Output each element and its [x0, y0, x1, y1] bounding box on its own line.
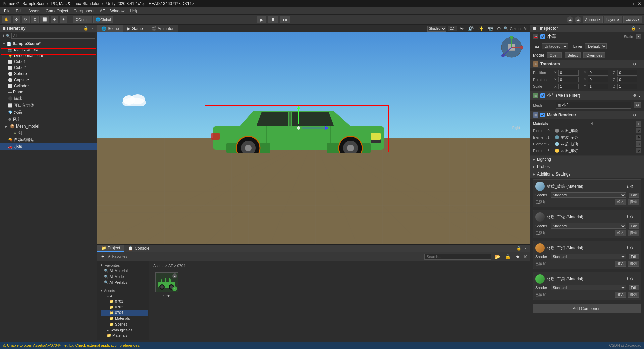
menu-window[interactable]: Window [108, 8, 127, 14]
hierarchy-item-cube2[interactable]: ⬜Cube2 [0, 65, 97, 71]
mesh-renderer-header[interactable]: ▦ Mesh Renderer ⚙ ⋮ [530, 111, 644, 119]
tool-rect[interactable]: ⬜ [40, 16, 49, 23]
audio-toggle[interactable]: 🔊 [467, 25, 475, 32]
star-asset-icon[interactable]: ★ [514, 253, 521, 260]
tool-hand[interactable]: ✋ [2, 16, 11, 23]
mesh-renderer-settings-icon[interactable]: ⚙ [633, 113, 636, 117]
mat-chelun-edit-btn[interactable]: Edit [629, 223, 639, 229]
mat-cheding-info-icon[interactable]: ℹ [627, 246, 629, 250]
hierarchy-item-sphere[interactable]: ⚪Sphere [0, 71, 97, 77]
tab-console[interactable]: 📋 Console [124, 245, 153, 252]
mat-boli-remove-btn[interactable]: 撤销 [628, 199, 639, 205]
mat-boli-more-icon[interactable]: ⋮ [635, 184, 639, 189]
assets-0701[interactable]: 📁 0701 [101, 299, 148, 304]
object-active-checkbox[interactable] [540, 34, 545, 39]
asset-xiaoche[interactable]: + ▶ 小车 [153, 272, 180, 298]
mesh-renderer-active[interactable] [540, 113, 545, 117]
menu-gameobject[interactable]: GameObject [43, 8, 71, 14]
mesh-filter-active[interactable] [540, 93, 545, 98]
probes-section[interactable]: ▶ Probes [530, 163, 644, 170]
tool-scale[interactable]: ⊠ [31, 16, 39, 23]
assets-materials2[interactable]: 📁 Materials [101, 333, 148, 338]
mat-cheding-settings-icon[interactable]: ⚙ [630, 246, 634, 250]
menu-file[interactable]: File [1, 8, 13, 14]
lock-icon[interactable]: 🔒 [516, 246, 521, 251]
rotation-y-input[interactable] [588, 77, 608, 82]
hierarchy-item-fengche[interactable]: ⚙风车 [0, 116, 97, 123]
account-btn[interactable]: Account ▾ [583, 16, 603, 23]
scene-view[interactable]: Right [97, 32, 530, 244]
fav-all-materials[interactable]: 🔍 All Materials [99, 268, 148, 274]
mat-boli-info-icon[interactable]: ℹ [627, 184, 629, 189]
tool-move[interactable]: ✛ [13, 16, 20, 23]
tool-rotate[interactable]: ↻ [22, 16, 30, 23]
hierarchy-item-kaifang[interactable]: ⬜开口立方体 [0, 102, 97, 109]
hierarchy-item-meshmodel[interactable]: ▶📦Mesh_model [0, 123, 97, 129]
scale-y-input[interactable] [588, 84, 608, 89]
hierarchy-item-cylinder[interactable]: ⬜Cylinder [0, 83, 97, 89]
hierarchy-item-shuijing[interactable]: 💎水晶 [0, 109, 97, 116]
hierarchy-item-samplescene[interactable]: ▼📄SampleScene* [0, 41, 97, 47]
space-btn[interactable]: 🌐 Global [93, 16, 113, 23]
fav-all-prefabs[interactable]: 🔍 All Prefabs [99, 280, 148, 285]
play-button[interactable]: ▶ [257, 16, 266, 23]
mat-cheding-more-icon[interactable]: ⋮ [635, 246, 639, 250]
menu-af[interactable]: AF [97, 8, 107, 14]
mat-chelun-info-icon[interactable]: ℹ [627, 215, 629, 219]
hierarchy-menu-icon[interactable]: ☰ [3, 27, 6, 30]
scale-x-input[interactable] [558, 84, 579, 89]
scene-camera-toggle[interactable]: 📷 [486, 25, 494, 32]
position-y-input[interactable] [588, 70, 608, 76]
collab-icon[interactable]: ☁ [567, 16, 573, 23]
tool-transform[interactable]: ⊕ [51, 16, 58, 23]
static-dropdown-btn[interactable]: ▾ [636, 34, 641, 39]
tab-scene[interactable]: 🌐 Scene [97, 25, 123, 32]
mat-cheding-shader-select[interactable]: Standard [551, 254, 626, 259]
layers-btn[interactable]: Layers ▾ [604, 16, 622, 23]
mat-chelun-more-icon[interactable]: ⋮ [635, 215, 639, 219]
axis-gizmo[interactable] [500, 36, 523, 60]
assets-kevin[interactable]: ▶ Kevin Iglesias [101, 327, 148, 333]
additional-settings-section[interactable]: ▶ Additional Settings [530, 170, 644, 178]
mat-cheshen-more-icon[interactable]: ⋮ [635, 277, 639, 281]
hierarchy-item-zidong[interactable]: 🔫自动武器站 [0, 136, 97, 143]
assets-scenes[interactable]: 📁 Scenes [101, 321, 148, 327]
mat-chelun-settings-icon[interactable]: ⚙ [630, 215, 634, 219]
fav-all-models[interactable]: 🔍 All Models [99, 274, 148, 280]
add-asset-btn[interactable]: + [100, 253, 106, 260]
minimize-btn[interactable]: ─ [624, 1, 627, 6]
tab-project[interactable]: 📁 Project [97, 245, 124, 252]
pause-button[interactable]: ⏸ [268, 16, 278, 23]
inspector-menu-icon[interactable]: ☰ [533, 27, 536, 30]
mat-cheding-edit-btn[interactable]: Edit [629, 254, 639, 259]
hierarchy-item-directionallight[interactable]: 💡Directional Light [0, 53, 97, 59]
2d-toggle[interactable]: 2D [448, 26, 457, 31]
model-select-btn[interactable]: Select [565, 52, 581, 58]
layer-select[interactable]: Default [585, 43, 607, 49]
menu-help[interactable]: Help [127, 8, 141, 14]
close-btn[interactable]: ✕ [638, 1, 641, 6]
mat-3-select-btn[interactable]: ⊙ [636, 148, 641, 153]
assets-materials[interactable]: 📁 Materials [101, 316, 148, 321]
rotation-x-input[interactable] [558, 77, 579, 82]
hierarchy-item-plane[interactable]: ▬Plane [0, 89, 97, 95]
hierarchy-more-icon[interactable]: ⋮ [90, 26, 94, 31]
step-button[interactable]: ⏭ [280, 16, 290, 23]
layout-btn[interactable]: Layout ▾ [623, 16, 642, 23]
transform-settings-icon[interactable]: ⚙ [633, 62, 636, 66]
model-open-btn[interactable]: Open [547, 52, 562, 58]
pivot-btn[interactable]: ⊙ Center [73, 16, 92, 23]
lock-asset-icon[interactable]: 🔒 [504, 253, 512, 260]
inspector-lock-icon[interactable]: 🔒 [631, 26, 636, 31]
hierarchy-item-cube1[interactable]: ⬜Cube1 [0, 59, 97, 65]
tab-animator[interactable]: 🎬 Animator [147, 25, 178, 32]
menu-component[interactable]: Component [71, 8, 97, 14]
mat-cheshen-settings-icon[interactable]: ⚙ [630, 277, 634, 281]
inspector-more-icon[interactable]: ⋮ [637, 26, 641, 31]
mat-boli-settings-icon[interactable]: ⚙ [630, 184, 634, 189]
hierarchy-item-xiaoche[interactable]: 🚗小车 [0, 143, 97, 150]
mat-boli-signin-btn[interactable]: 签入 [615, 199, 626, 205]
effects-toggle[interactable]: ✨ [476, 25, 485, 32]
lighting-section[interactable]: ▶ Lighting [530, 156, 644, 163]
lighting-toggle[interactable]: ☀ [458, 25, 465, 32]
